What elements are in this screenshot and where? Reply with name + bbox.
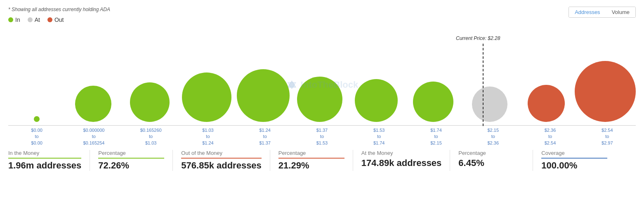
stat-underline-0 — [8, 158, 81, 159]
addresses-toggle-button[interactable]: Addresses — [569, 7, 606, 18]
bubble-col-1 — [65, 31, 121, 122]
legend: In At Out — [8, 16, 636, 23]
range-label-1: $0.000000to$0.165254 — [65, 126, 122, 146]
stat-value-4: 174.89k addresses — [361, 158, 442, 168]
legend-item-at: At — [28, 16, 40, 23]
bubble-0 — [34, 116, 40, 122]
range-label-0: $0.00to$0.00 — [8, 126, 65, 146]
range-label-8: $2.15to$2.36 — [465, 126, 521, 146]
stat-divider-2 — [270, 150, 270, 171]
stat-label-2: Out of the Money — [181, 150, 262, 156]
range-label-9: $2.36to$2.54 — [521, 126, 578, 146]
at-dot — [28, 17, 33, 22]
stat-divider-4 — [450, 150, 450, 171]
legend-label-at: At — [35, 16, 40, 23]
bubble-col-7 — [405, 31, 461, 122]
bubble-col-2 — [122, 31, 178, 122]
stat-label-5: Percentage — [458, 150, 524, 156]
bubble-col-5 — [291, 31, 348, 122]
stat-group-0: In the Money1.96m addresses — [8, 150, 90, 171]
bubble-3 — [182, 72, 231, 122]
range-label-4: $1.24to$1.37 — [236, 126, 293, 146]
bubble-col-8 — [461, 31, 518, 122]
range-label-7: $1.74to$2.15 — [408, 126, 465, 146]
stat-value-3: 21.29% — [278, 160, 344, 171]
bubble-col-10 — [575, 31, 636, 122]
stat-label-3: Percentage — [278, 150, 344, 156]
subtitle: * Showing all addresses currently holdin… — [8, 7, 636, 12]
stat-label-1: Percentage — [98, 150, 164, 156]
bubble-col-6 — [348, 31, 405, 122]
range-label-2: $0.165260to$1.03 — [123, 126, 179, 146]
legend-label-in: In — [15, 16, 20, 23]
stat-label-6: Coverage — [541, 150, 607, 156]
bubble-9 — [528, 85, 565, 122]
stat-label-0: In the Money — [8, 150, 81, 156]
stat-underline-1 — [98, 158, 164, 159]
in-dot — [8, 17, 13, 22]
stat-group-3: Percentage21.29% — [278, 150, 353, 171]
stat-group-1: Percentage72.26% — [98, 150, 172, 171]
stat-value-2: 576.85k addresses — [181, 160, 262, 171]
legend-item-out: Out — [47, 16, 64, 23]
range-label-3: $1.03to$1.24 — [179, 126, 236, 146]
stat-underline-6 — [541, 158, 607, 159]
stat-group-4: At the Money174.89k addresses — [361, 150, 450, 168]
stat-label-4: At the Money — [361, 150, 442, 156]
stat-underline-2 — [181, 158, 262, 159]
range-label-5: $1.37to$1.53 — [293, 126, 350, 146]
chart-area: Current Price: $2.28 IntoTheBlock $0.00t… — [8, 31, 636, 138]
stat-group-5: Percentage6.45% — [458, 150, 533, 168]
bubble-col-4 — [235, 31, 291, 122]
stat-divider-5 — [533, 150, 533, 171]
bubble-1 — [75, 86, 111, 122]
range-labels: $0.00to$0.00$0.000000to$0.165254$0.16526… — [8, 126, 636, 146]
stats-section: In the Money1.96m addressesPercentage72.… — [8, 146, 636, 171]
current-price-label: Current Price: $2.28 — [456, 35, 500, 41]
bubble-col-3 — [178, 31, 235, 122]
legend-item-in: In — [8, 16, 20, 23]
bubble-2 — [130, 82, 170, 122]
out-dot — [47, 17, 52, 22]
bubble-5 — [297, 77, 342, 122]
stat-underline-3 — [278, 158, 344, 159]
range-label-10: $2.54to$2.97 — [579, 126, 636, 146]
legend-label-out: Out — [54, 16, 64, 23]
main-container: * Showing all addresses currently holdin… — [0, 0, 644, 175]
stat-divider-3 — [353, 150, 353, 171]
volume-toggle-button[interactable]: Volume — [606, 7, 635, 17]
bubble-10 — [575, 61, 636, 122]
bubble-6 — [355, 79, 398, 122]
bubble-col-9 — [518, 31, 575, 122]
stat-divider-0 — [90, 150, 90, 171]
bubbles-row — [8, 31, 636, 122]
bubble-4 — [237, 69, 290, 122]
bubble-col-0 — [8, 31, 65, 122]
stat-value-1: 72.26% — [98, 160, 164, 171]
stat-value-6: 100.00% — [541, 160, 607, 171]
bubble-7 — [413, 82, 453, 122]
stat-group-6: Coverage100.00% — [541, 150, 616, 171]
stat-value-5: 6.45% — [458, 158, 524, 168]
stat-group-2: Out of the Money576.85k addresses — [181, 150, 270, 171]
range-label-6: $1.53to$1.74 — [351, 126, 408, 146]
stat-value-0: 1.96m addresses — [8, 160, 81, 171]
bubble-8 — [472, 86, 507, 122]
stat-divider-1 — [172, 150, 173, 171]
toggle-button-group: Addresses Volume — [569, 7, 636, 18]
current-price-line — [483, 44, 484, 126]
